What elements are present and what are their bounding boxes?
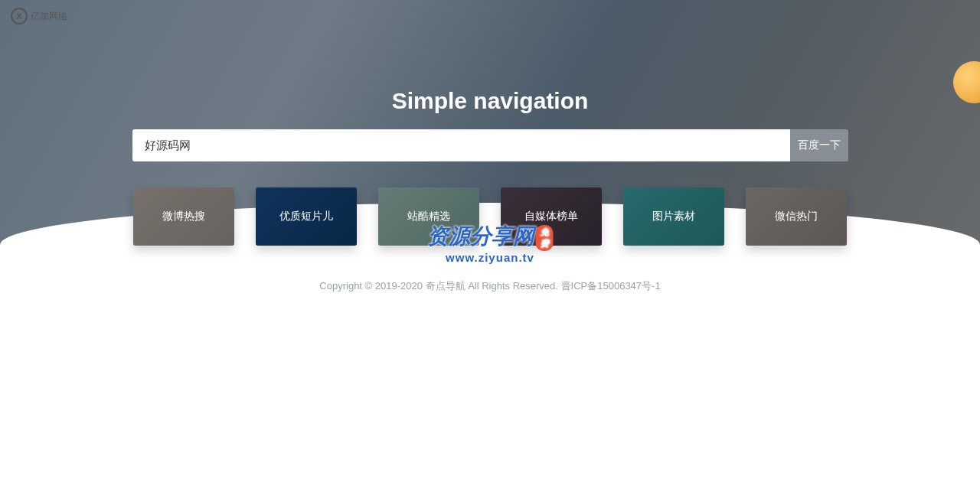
- tile-wechat-hot[interactable]: 微信热门: [746, 187, 847, 246]
- site-logo[interactable]: X 亿加网络: [11, 8, 67, 24]
- search-button[interactable]: 百度一下: [790, 129, 848, 161]
- search-bar: 百度一下: [132, 129, 848, 161]
- tile-zcool[interactable]: 站酷精选: [378, 187, 479, 246]
- tile-media-rank[interactable]: 自媒体榜单: [501, 187, 602, 246]
- logo-icon: X: [11, 8, 28, 24]
- tile-short-video[interactable]: 优质短片儿: [256, 187, 357, 246]
- logo-text: 亿加网络: [31, 10, 67, 23]
- speaker-label: 关羽：: [211, 428, 261, 451]
- nav-tiles: 微博热搜 优质短片儿 站酷精选 自媒体榜单 图片素材 微信热门: [0, 187, 980, 246]
- footer-copyright: Copyright © 2019-2020 奇点导航 All Rights Re…: [0, 279, 980, 293]
- marquee-text: 告诉你个秘密我是无敌的: [628, 458, 788, 477]
- tile-weibo-hot[interactable]: 微博热搜: [133, 187, 234, 246]
- search-input[interactable]: [132, 129, 790, 161]
- tile-image-assets[interactable]: 图片素材: [623, 187, 724, 246]
- page-title: Simple navigation: [392, 88, 589, 114]
